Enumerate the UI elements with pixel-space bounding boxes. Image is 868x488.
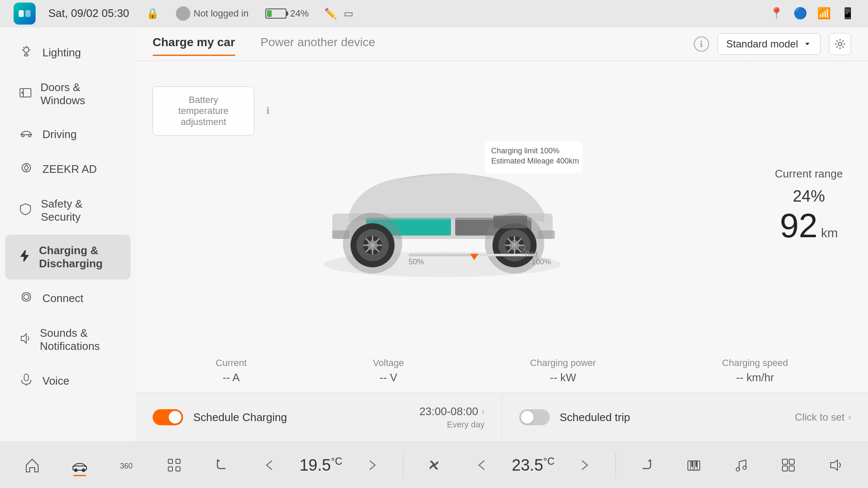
battery-adj-panel: Battery temperatureadjustment ℹ	[153, 86, 254, 136]
bottom-seat[interactable]	[205, 453, 239, 477]
svg-text:100%: 100%	[531, 258, 551, 266]
home-icon	[24, 457, 41, 474]
sidebar-label-doors: Doors & Windows	[40, 81, 117, 107]
range-pct: 24%	[793, 187, 825, 205]
bottom-fan[interactable]	[417, 453, 451, 477]
left-temp-unit: °C	[331, 455, 342, 467]
schedule-charging: Schedule Charging 23:00-08:00 › Every da…	[136, 393, 502, 441]
svg-text:Reg: Reg	[525, 250, 537, 257]
sidebar-item-driving[interactable]: Driving	[5, 118, 131, 150]
wifi-icon: 📶	[817, 7, 831, 20]
app-logo[interactable]	[14, 3, 36, 25]
stat-voltage-label: Voltage	[373, 358, 404, 369]
schedule-frequency: Every day	[419, 420, 484, 430]
bottom-right-arrow-left[interactable]	[356, 453, 389, 477]
sidebar-label-connect: Connect	[42, 292, 83, 305]
stat-voltage: Voltage -- V	[373, 358, 404, 384]
tab-charge-my-car[interactable]: Charge my car	[153, 36, 235, 53]
bottom-home[interactable]	[15, 453, 49, 477]
sidebar-item-charging[interactable]: Charging & Discharging	[5, 235, 131, 280]
bottom-keyboard[interactable]	[677, 453, 711, 477]
svg-rect-62	[168, 467, 172, 471]
lighting-icon	[19, 45, 34, 61]
scheduled-trip-action[interactable]: Click to set ›	[795, 411, 851, 423]
svg-rect-45	[538, 230, 555, 239]
doors-icon	[19, 87, 32, 102]
content-area: Charge my car Power another device ℹ Sta…	[136, 27, 868, 441]
right-panel: Current range 24% 92 km	[749, 61, 868, 349]
bottom-car[interactable]	[63, 453, 97, 477]
stat-power-label: Charging power	[530, 358, 596, 369]
model-selector[interactable]: Standard model	[718, 33, 821, 55]
svg-text:360: 360	[120, 462, 133, 470]
status-user[interactable]: Not logged in	[176, 6, 249, 21]
schedule-time-range: 23:00-08:00	[419, 405, 478, 418]
right-arrow2-icon	[576, 457, 593, 474]
adj-info-icon[interactable]: ℹ	[266, 105, 270, 116]
schedule-charging-label: Schedule Charging	[193, 411, 287, 424]
svg-marker-78	[831, 460, 837, 470]
right-arrow-icon	[364, 457, 381, 474]
range-km-row: 92 km	[780, 209, 838, 243]
bottom-left-arrow[interactable]	[252, 453, 286, 477]
schedule-area: Schedule Charging 23:00-08:00 › Every da…	[136, 393, 868, 441]
bottom-volume[interactable]	[819, 453, 853, 477]
left-temp-num: 19.5	[300, 456, 331, 474]
sidebar-item-connect[interactable]: Connect	[5, 281, 131, 316]
info-button[interactable]: ℹ	[694, 36, 709, 52]
bottom-right-arrow[interactable]	[568, 453, 602, 477]
sidebar-item-zeekr[interactable]: ZEEKR AD	[5, 152, 131, 186]
car-svg: Charging limit 100% Estimated Mileage 40…	[298, 129, 587, 281]
sidebar-item-sounds[interactable]: Sounds & Notifications	[5, 317, 131, 362]
left-arrow2-icon	[473, 457, 490, 474]
svg-point-2	[24, 47, 29, 53]
svg-rect-50	[409, 254, 472, 256]
bottom-left-arrow-right[interactable]	[465, 453, 498, 477]
stat-power-value: -- kW	[530, 371, 596, 384]
zeekr-icon	[19, 161, 34, 177]
stat-voltage-value: -- V	[373, 371, 404, 384]
sidebar-item-safety[interactable]: Safety & Security	[5, 188, 131, 233]
car-icon	[71, 457, 88, 474]
svg-rect-76	[782, 466, 787, 471]
sidebar-label-lighting: Lighting	[42, 46, 81, 59]
voice-icon	[19, 373, 34, 389]
svg-rect-61	[176, 459, 180, 463]
svg-rect-1	[25, 10, 31, 17]
safety-icon	[19, 203, 32, 219]
sidebar-label-safety: Safety & Security	[41, 197, 117, 224]
trip-chevron: ›	[848, 412, 851, 423]
bottom-360[interactable]: 360	[110, 453, 144, 477]
svg-point-11	[22, 92, 23, 93]
svg-text:Estimated Mileage 400km: Estimated Mileage 400km	[491, 157, 579, 165]
status-time: Sat, 09/02 05:30	[48, 7, 129, 20]
scheduled-trip-label: Scheduled trip	[560, 411, 630, 424]
stat-current: Current -- A	[216, 358, 247, 384]
right-temp-value: 23.5°C	[512, 455, 555, 474]
sidebar-item-lighting[interactable]: Lighting	[5, 36, 131, 70]
status-icons: ✏️ ▭	[324, 8, 353, 19]
tabs-area: Charge my car Power another device ℹ Sta…	[136, 27, 868, 61]
sidebar-item-voice[interactable]: Voice	[5, 364, 131, 398]
battery-adj-button[interactable]: Battery temperatureadjustment	[153, 86, 254, 136]
bottom-grid2[interactable]	[771, 453, 805, 477]
left-temp-control: 19.5°C	[300, 455, 342, 474]
svg-text:50%: 50%	[409, 258, 424, 266]
schedule-charging-time[interactable]: 23:00-08:00 › Every day	[419, 405, 484, 430]
scheduled-trip-toggle[interactable]	[519, 409, 550, 425]
settings-button[interactable]	[829, 33, 851, 55]
bottom-seat-right[interactable]	[629, 453, 663, 477]
bottom-music[interactable]	[724, 453, 758, 477]
screen-icon: ▭	[344, 8, 353, 19]
sidebar-label-zeekr: ZEEKR AD	[42, 163, 97, 176]
sidebar-item-doors[interactable]: Doors & Windows	[5, 72, 131, 116]
schedule-charging-toggle[interactable]	[153, 409, 183, 425]
connect-icon	[19, 291, 34, 306]
sidebar-label-sounds: Sounds & Notifications	[40, 327, 117, 353]
tab-power-another[interactable]: Power another device	[261, 36, 376, 53]
right-temp-control: 23.5°C	[512, 455, 555, 474]
seat-right-icon	[638, 457, 655, 474]
schedule-chevron: ›	[481, 406, 484, 417]
model-selector-label: Standard model	[726, 38, 798, 50]
bottom-apps[interactable]	[157, 453, 191, 477]
